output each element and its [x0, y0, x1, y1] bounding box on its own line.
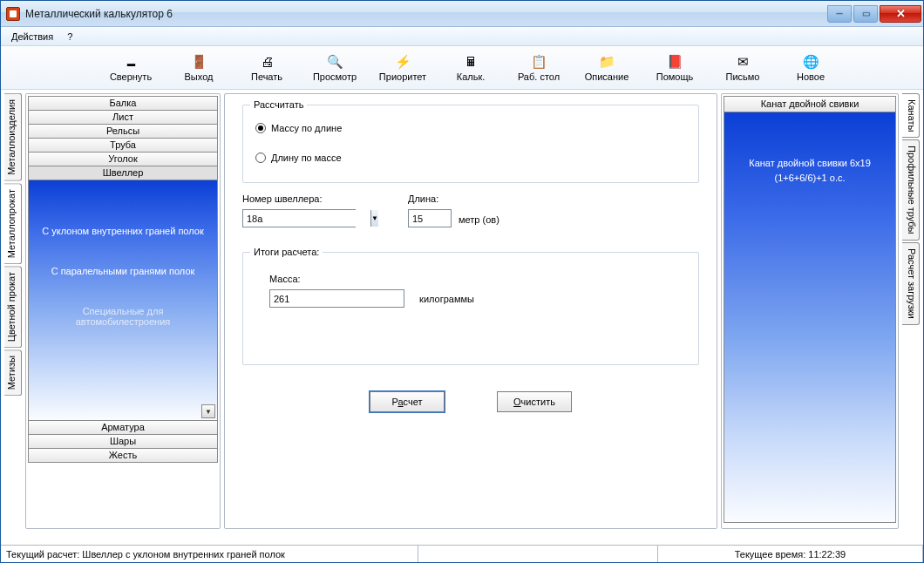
tool-exit[interactable]: 🚪Выход — [165, 54, 233, 82]
tab-metizy[interactable]: Метизы — [4, 349, 22, 396]
maximize-button[interactable]: ▭ — [853, 5, 878, 23]
mass-label: Масса: — [269, 274, 688, 284]
tab-tsvetnoy-prokat[interactable]: Цветной прокат — [4, 266, 22, 348]
titlebar[interactable]: Металлический калькулятор 6 ─ ▭ ✕ — [1, 1, 923, 27]
left-vertical-tabs: Металлоизделия Металлопрокат Цветной про… — [4, 93, 22, 545]
right-panel-header[interactable]: Канат двойной свивки — [724, 96, 896, 112]
tab-profilnye-truby[interactable]: Профильные трубы — [902, 139, 920, 241]
button-row: Расчет Очистить — [242, 391, 699, 412]
right-body-line2: (1+6+6/6)+1 о.с. — [724, 171, 895, 186]
length-label: Длина: — [408, 193, 452, 204]
length-input[interactable] — [408, 209, 452, 227]
category-armatura[interactable]: Арматура — [28, 420, 218, 435]
right-panel-body[interactable]: Канат двойной свивки 6х19 (1+6+6/6)+1 о.… — [724, 112, 896, 523]
category-ugolok[interactable]: Уголок — [28, 152, 218, 166]
group-results-title: Итоги расчета: — [250, 247, 323, 257]
clear-button[interactable]: Очистить — [497, 391, 572, 412]
radio-length-by-mass[interactable]: Длину по массе — [255, 153, 688, 163]
tool-preview[interactable]: 🔍Просмотр — [301, 54, 369, 82]
scroll-down-button[interactable]: ▼ — [201, 404, 215, 418]
tool-description[interactable]: 📁Описание — [573, 54, 641, 82]
radio-unchecked-icon — [255, 153, 266, 163]
app-window: Металлический калькулятор 6 ─ ▭ ✕ Действ… — [0, 0, 924, 563]
group-calculate-title: Рассчитать — [250, 99, 307, 110]
app-icon — [6, 7, 20, 21]
category-relsy[interactable]: Рельсы — [28, 124, 218, 139]
exit-icon: 🚪 — [191, 54, 207, 70]
client-area: Металлоизделия Металлопрокат Цветной про… — [1, 90, 923, 545]
category-list: Балка Лист Рельсы Труба Уголок Швеллер С… — [28, 96, 218, 462]
status-spacer — [418, 546, 658, 562]
window-controls: ─ ▭ ✕ — [825, 5, 921, 23]
tab-kanaty[interactable]: Канаты — [902, 93, 920, 138]
mass-output[interactable] — [269, 289, 404, 308]
close-button[interactable]: ✕ — [880, 5, 921, 23]
tab-metalloizdeliya[interactable]: Металлоизделия — [4, 93, 22, 181]
group-calculate: Рассчитать Массу по длине Длину по массе — [242, 105, 699, 183]
right-panel: Канат двойной свивки Канат двойной свивк… — [721, 93, 899, 529]
tool-minimize[interactable]: 🗕Свернуть — [97, 54, 165, 82]
sub-item-slope[interactable]: С уклоном внутренних граней полок — [35, 219, 210, 259]
tool-mail[interactable]: ✉Письмо — [709, 54, 777, 82]
window-title: Металлический калькулятор 6 — [25, 8, 825, 20]
mass-unit: килограммы — [419, 294, 474, 304]
lightning-icon: ⚡ — [395, 54, 411, 70]
tool-new[interactable]: 🌐Новое — [777, 54, 845, 82]
radio-mass-by-length[interactable]: Массу по длине — [255, 123, 688, 133]
group-results: Итоги расчета: Масса: килограммы — [242, 252, 699, 365]
number-input[interactable] — [243, 210, 370, 227]
minimize-button[interactable]: ─ — [827, 5, 852, 23]
left-panel: Балка Лист Рельсы Труба Уголок Швеллер С… — [25, 93, 221, 529]
book-icon: 📕 — [667, 54, 683, 70]
tool-print[interactable]: 🖨Печать — [233, 54, 301, 82]
tool-desktop[interactable]: 📋Раб. стол — [505, 54, 573, 82]
tab-raschet-zagruzki[interactable]: Расчет загрузки — [902, 242, 920, 325]
calculate-button[interactable]: Расчет — [370, 391, 445, 412]
radio-checked-icon — [255, 123, 266, 133]
input-row: Номер швеллера: ▼ Длина: метр (ов) — [242, 193, 699, 227]
status-time: Текущее время: 11:22:39 — [658, 546, 923, 562]
tool-help[interactable]: 📕Помощь — [641, 54, 709, 82]
radio-len-label: Длину по массе — [271, 153, 342, 163]
envelope-icon: ✉ — [735, 54, 751, 70]
globe-icon: 🌐 — [803, 54, 819, 70]
status-bar: Текущий расчет: Швеллер с уклоном внутре… — [1, 545, 923, 562]
category-balka[interactable]: Балка — [28, 96, 218, 111]
length-unit: метр (ов) — [459, 214, 499, 227]
print-icon: 🖨 — [259, 54, 275, 70]
length-field: Длина: метр (ов) — [408, 193, 499, 227]
category-shveller[interactable]: Швеллер — [28, 166, 218, 180]
menu-help[interactable]: ? — [60, 29, 79, 44]
clipboard-icon: 📋 — [531, 54, 547, 70]
number-label: Номер швеллера: — [242, 193, 356, 204]
number-field: Номер швеллера: ▼ — [242, 193, 356, 227]
sub-item-parallel[interactable]: С паралельными гранями полок — [44, 259, 202, 299]
status-current-calc: Текущий расчет: Швеллер с уклоном внутре… — [1, 546, 418, 562]
tab-metalloprokat[interactable]: Металлопрокат — [4, 183, 22, 264]
right-vertical-tabs: Канаты Профильные трубы Расчет загрузки — [902, 93, 920, 545]
sub-item-auto[interactable]: Специальные для автомобилестроения — [29, 299, 217, 349]
combo-dropdown-button[interactable]: ▼ — [370, 210, 378, 227]
tool-calculator[interactable]: 🖩Кальк. — [437, 54, 505, 82]
right-body-line1: Канат двойной свивки 6х19 — [724, 156, 895, 171]
category-truba[interactable]: Труба — [28, 138, 218, 153]
tool-priority[interactable]: ⚡Приоритет — [369, 54, 437, 82]
menu-bar: Действия ? — [1, 27, 923, 46]
magnifier-icon: 🔍 — [327, 54, 343, 70]
menu-actions[interactable]: Действия — [4, 29, 60, 44]
category-zhest[interactable]: Жесть — [28, 448, 218, 463]
center-panel: Рассчитать Массу по длине Длину по массе… — [224, 93, 717, 529]
radio-mass-label: Массу по длине — [271, 123, 342, 133]
calculator-icon: 🖩 — [463, 54, 479, 70]
toolbar: 🗕Свернуть 🚪Выход 🖨Печать 🔍Просмотр ⚡Прио… — [1, 46, 923, 90]
category-list-sheet[interactable]: Лист — [28, 110, 218, 125]
subcategory-list[interactable]: С уклоном внутренних граней полок С пара… — [28, 180, 218, 421]
folder-icon: 📁 — [599, 54, 615, 70]
minimize-icon: 🗕 — [123, 54, 139, 70]
number-combo[interactable]: ▼ — [242, 209, 356, 227]
category-shary[interactable]: Шары — [28, 434, 218, 449]
